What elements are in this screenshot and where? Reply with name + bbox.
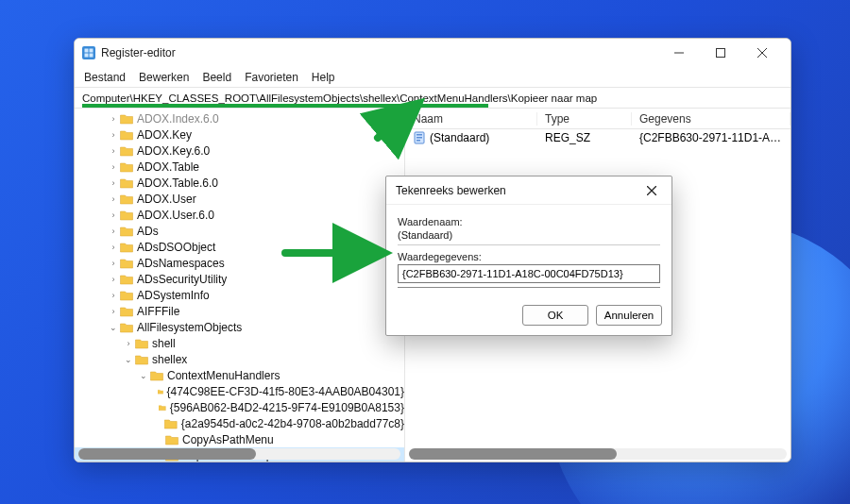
collapse-icon[interactable]: ⌄	[122, 355, 135, 364]
close-button[interactable]	[741, 39, 783, 67]
window-title: Register-editor	[101, 46, 176, 59]
tree-item[interactable]: ›shell	[75, 335, 404, 351]
dialog-title: Tekenreeks bewerken	[396, 184, 506, 197]
tree-item[interactable]: ›ADSystemInfo	[75, 287, 404, 303]
expand-icon[interactable]: ›	[107, 210, 120, 220]
tree-item[interactable]: ⌄shellex	[75, 351, 404, 367]
folder-icon	[120, 177, 133, 189]
cancel-button[interactable]: Annuleren	[596, 305, 662, 326]
folder-icon	[120, 306, 133, 317]
tree-item-label: ADOX.User	[137, 193, 196, 206]
tree-item-label: ADsNamespaces	[137, 257, 225, 270]
folder-icon	[120, 113, 133, 125]
tree-item-label: ADOX.Table.6.0	[137, 176, 218, 190]
tree-item[interactable]: ›ADsNamespaces	[75, 255, 404, 271]
tree-item[interactable]: ⌄ContextMenuHandlers	[75, 367, 404, 383]
tree-item[interactable]: ›ADOX.Table.6.0	[75, 175, 404, 191]
col-gegevens[interactable]: Gegevens	[632, 112, 790, 126]
folder-icon	[165, 434, 178, 445]
tree-item-label: ADsSecurityUtility	[137, 273, 227, 286]
tree-pane[interactable]: ›ADOX.Index.6.0›ADOX.Key›ADOX.Key.6.0›AD…	[75, 109, 405, 462]
folder-icon	[120, 258, 133, 269]
expand-icon[interactable]: ›	[107, 275, 120, 284]
folder-icon	[120, 145, 133, 157]
col-type[interactable]: Type	[537, 112, 632, 126]
value-name-cell: (Standaard)	[405, 131, 537, 145]
expand-icon[interactable]: ›	[122, 339, 135, 348]
ok-button[interactable]: OK	[522, 305, 588, 326]
tree-item-label: {596AB062-B4D2-4215-9F74-E9109B0A8153}	[170, 401, 404, 414]
tree-item[interactable]: ›ADOX.Key	[75, 126, 404, 143]
folder-icon	[120, 274, 133, 285]
tree-item-label: shellex	[152, 353, 187, 366]
expand-icon[interactable]: ›	[107, 114, 120, 124]
expand-icon[interactable]: ›	[107, 259, 120, 268]
col-naam[interactable]: Naam	[405, 112, 537, 126]
tree-item[interactable]: ›ADOX.Key.6.0	[75, 143, 404, 159]
value-type-cell: REG_SZ	[537, 131, 632, 144]
menu-bewerken[interactable]: Bewerken	[139, 71, 189, 84]
expand-icon[interactable]: ›	[107, 130, 120, 140]
tree-item-label: ADSystemInfo	[137, 289, 210, 302]
tree-item[interactable]: ›ADOX.Table	[75, 159, 404, 175]
expand-icon[interactable]: ›	[107, 162, 120, 172]
string-value-icon	[413, 131, 426, 144]
tree-item[interactable]: ›ADOX.User.6.0	[75, 207, 404, 223]
value-data-input[interactable]	[398, 264, 660, 283]
tree-item[interactable]: ›ADsSecurityUtility	[75, 271, 404, 287]
expand-icon[interactable]: ›	[107, 227, 120, 236]
folder-icon	[120, 290, 133, 301]
expand-icon[interactable]: ›	[107, 194, 120, 204]
menu-favorieten[interactable]: Favorieten	[245, 71, 298, 84]
tree-item[interactable]: {a2a9545d-a0c2-42b4-9708-a0b2badd77c8}	[75, 415, 404, 431]
tree-item[interactable]: CopyAsPathMenu	[75, 431, 404, 447]
folder-icon	[120, 161, 133, 173]
list-header: Naam Type Gegevens	[405, 109, 790, 129]
menu-beeld[interactable]: Beeld	[202, 71, 231, 84]
expand-icon[interactable]: ›	[107, 146, 120, 156]
tree-item-label: ADOX.Index.6.0	[137, 112, 219, 126]
tree-item[interactable]: ›ADOX.Index.6.0	[75, 110, 404, 126]
collapse-icon[interactable]: ⌄	[107, 323, 120, 332]
tree-item[interactable]: ⌄AllFilesystemObjects	[75, 319, 404, 335]
dialog-close-button[interactable]	[641, 180, 662, 201]
value-row[interactable]: (Standaard) REG_SZ {C2FBB630-2971-11D1-A…	[405, 129, 790, 146]
address-bar[interactable]: Computer\HKEY_CLASSES_ROOT\AllFilesystem…	[75, 88, 790, 109]
address-text: Computer\HKEY_CLASSES_ROOT\AllFilesystem…	[82, 92, 597, 104]
titlebar[interactable]: Register-editor	[75, 39, 790, 67]
scrollbar-thumb[interactable]	[78, 448, 256, 460]
value-name-label: Waardenaam:	[398, 216, 660, 227]
tree-item[interactable]: {596AB062-B4D2-4215-9F74-E9109B0A8153}	[75, 399, 404, 415]
value-data-cell: {C2FBB630-2971-11D1-A1…	[632, 131, 790, 144]
tree-item-label: {474C98EE-CF3D-41f5-80E3-4AAB0AB04301}	[167, 385, 405, 398]
scrollbar-thumb[interactable]	[409, 448, 617, 460]
value-data-label: Waardegegevens:	[398, 251, 660, 262]
tree-item[interactable]: {474C98EE-CF3D-41f5-80E3-4AAB0AB04301}	[75, 383, 404, 399]
highlight-underline	[82, 104, 488, 108]
dialog-titlebar[interactable]: Tekenreeks bewerken	[386, 176, 672, 205]
list-horizontal-scrollbar[interactable]	[409, 448, 787, 460]
svg-rect-9	[717, 49, 725, 58]
tree-item-label: shell	[152, 337, 176, 350]
expand-icon[interactable]: ›	[107, 291, 120, 300]
tree-horizontal-scrollbar[interactable]	[78, 448, 400, 460]
minimize-button[interactable]	[658, 39, 700, 67]
folder-icon	[164, 418, 177, 429]
expand-icon[interactable]: ›	[107, 178, 120, 188]
folder-icon	[120, 226, 133, 237]
maximize-button[interactable]	[700, 39, 741, 67]
menu-help[interactable]: Help	[312, 71, 335, 84]
menu-bestand[interactable]: Bestand	[84, 71, 126, 84]
expand-icon[interactable]: ›	[107, 243, 120, 252]
folder-icon	[159, 402, 165, 413]
expand-icon[interactable]: ›	[107, 307, 120, 316]
tree-item-label: AllFilesystemObjects	[137, 321, 242, 334]
tree-item[interactable]: ›ADs	[75, 223, 404, 239]
tree-item[interactable]: ›ADOX.User	[75, 191, 404, 207]
tree-item[interactable]: ›AIFFFile	[75, 303, 404, 319]
tree-item[interactable]: ›ADsDSOObject	[75, 239, 404, 255]
menubar: Bestand Bewerken Beeld Favorieten Help	[75, 67, 790, 88]
folder-icon	[158, 386, 163, 397]
collapse-icon[interactable]: ⌄	[137, 371, 150, 380]
folder-icon	[120, 242, 133, 253]
